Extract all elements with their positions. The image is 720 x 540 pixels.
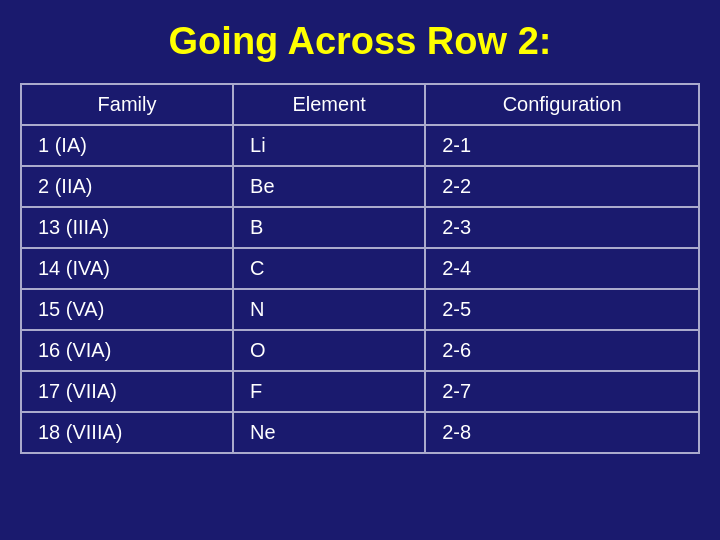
table-row: 13 (IIIA)B2-3 — [21, 207, 699, 248]
cell-family: 2 (IIA) — [21, 166, 233, 207]
cell-element: Be — [233, 166, 425, 207]
cell-element: C — [233, 248, 425, 289]
page-title: Going Across Row 2: — [169, 20, 552, 63]
cell-family: 1 (IA) — [21, 125, 233, 166]
table-row: 14 (IVA)C2-4 — [21, 248, 699, 289]
cell-configuration: 2-6 — [425, 330, 699, 371]
cell-family: 15 (VA) — [21, 289, 233, 330]
cell-configuration: 2-7 — [425, 371, 699, 412]
table-body: 1 (IA)Li2-12 (IIA)Be2-213 (IIIA)B2-314 (… — [21, 125, 699, 453]
header-family: Family — [21, 84, 233, 125]
table-row: 15 (VA)N2-5 — [21, 289, 699, 330]
header-element: Element — [233, 84, 425, 125]
table-row: 17 (VIIA)F2-7 — [21, 371, 699, 412]
cell-element: N — [233, 289, 425, 330]
table-header-row: Family Element Configuration — [21, 84, 699, 125]
cell-family: 16 (VIA) — [21, 330, 233, 371]
table-row: 1 (IA)Li2-1 — [21, 125, 699, 166]
cell-configuration: 2-4 — [425, 248, 699, 289]
header-configuration: Configuration — [425, 84, 699, 125]
cell-configuration: 2-1 — [425, 125, 699, 166]
cell-family: 17 (VIIA) — [21, 371, 233, 412]
table-row: 16 (VIA)O2-6 — [21, 330, 699, 371]
cell-element: B — [233, 207, 425, 248]
cell-configuration: 2-2 — [425, 166, 699, 207]
cell-element: O — [233, 330, 425, 371]
cell-family: 18 (VIIIA) — [21, 412, 233, 453]
cell-configuration: 2-5 — [425, 289, 699, 330]
cell-family: 14 (IVA) — [21, 248, 233, 289]
table-row: 2 (IIA)Be2-2 — [21, 166, 699, 207]
cell-family: 13 (IIIA) — [21, 207, 233, 248]
cell-configuration: 2-3 — [425, 207, 699, 248]
cell-configuration: 2-8 — [425, 412, 699, 453]
periodic-table: Family Element Configuration 1 (IA)Li2-1… — [20, 83, 700, 454]
cell-element: Li — [233, 125, 425, 166]
cell-element: F — [233, 371, 425, 412]
table-row: 18 (VIIIA)Ne2-8 — [21, 412, 699, 453]
cell-element: Ne — [233, 412, 425, 453]
